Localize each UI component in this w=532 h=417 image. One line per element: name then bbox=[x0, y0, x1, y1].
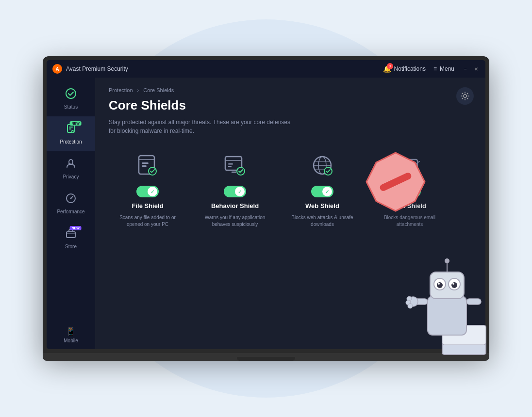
svg-rect-15 bbox=[142, 165, 147, 167]
laptop-screen: A Avast Premium Security 🔔 3 Notificatio… bbox=[47, 60, 485, 349]
title-bar: A Avast Premium Security 🔔 3 Notificatio… bbox=[47, 60, 485, 78]
performance-icon bbox=[66, 193, 76, 206]
close-button[interactable]: ✕ bbox=[473, 65, 480, 72]
toggle-check-icon: ✓ bbox=[325, 189, 329, 194]
laptop-wrapper: A Avast Premium Security 🔔 3 Notificatio… bbox=[43, 56, 489, 361]
window-controls: − ✕ bbox=[462, 65, 480, 72]
sidebar-item-status[interactable]: Status bbox=[47, 81, 95, 116]
web-shield-desc: Blocks web attacks & unsafe downloads bbox=[288, 214, 356, 228]
menu-label: Menu bbox=[440, 65, 454, 72]
sidebar-item-privacy[interactable]: Privacy bbox=[47, 151, 95, 186]
new-badge-protection: NEW bbox=[70, 121, 82, 126]
toggle-knob: ✓ bbox=[148, 187, 157, 196]
toggle-knob: ✓ bbox=[235, 187, 245, 196]
svg-point-0 bbox=[66, 89, 76, 98]
svg-rect-11 bbox=[66, 232, 75, 238]
file-shield-toggle[interactable]: ✓ bbox=[136, 186, 159, 197]
file-shield-desc: Scans any file added to or opened on you… bbox=[114, 214, 182, 228]
sidebar-item-performance[interactable]: Performance bbox=[47, 186, 95, 221]
title-bar-right: 🔔 3 Notifications ≡ Menu − ✕ bbox=[383, 65, 480, 73]
main-content: Protection › Core Shields Core Shields S… bbox=[95, 78, 485, 349]
avast-logo-icon: A bbox=[52, 64, 62, 74]
shield-card-web: ✓ Web Shield Blocks web attacks & unsafe… bbox=[283, 150, 361, 228]
behavior-shield-name: Behavior Shield bbox=[211, 202, 259, 209]
privacy-icon bbox=[66, 158, 76, 171]
svg-rect-19 bbox=[228, 166, 232, 167]
title-bar-left: A Avast Premium Security bbox=[52, 64, 128, 74]
sidebar-mobile-label: Mobile bbox=[64, 338, 78, 343]
notifications-label: Notifications bbox=[394, 65, 426, 72]
svg-point-10 bbox=[70, 198, 72, 199]
behavior-shield-icon bbox=[219, 150, 250, 181]
sidebar-item-protection[interactable]: NEW Protection bbox=[47, 116, 95, 151]
stop-sign-decoration bbox=[364, 150, 427, 215]
toggle-knob: ✓ bbox=[322, 187, 332, 196]
shield-card-file: ✓ File Shield Scans any file added to or… bbox=[109, 150, 186, 228]
svg-rect-18 bbox=[228, 163, 233, 165]
sidebar: Status NEW bbox=[47, 78, 95, 349]
bell-icon: 🔔 3 bbox=[383, 65, 391, 73]
mail-shield-desc: Blocks dangerous email attachments bbox=[376, 214, 444, 228]
svg-point-8 bbox=[72, 163, 73, 164]
svg-rect-2 bbox=[69, 127, 73, 128]
sidebar-item-mobile[interactable]: 📱 Mobile bbox=[47, 327, 95, 343]
sidebar-status-label: Status bbox=[64, 104, 78, 110]
laptop-notch bbox=[237, 357, 295, 361]
web-shield-toggle[interactable]: ✓ bbox=[311, 186, 333, 197]
breadcrumb-separator: › bbox=[137, 87, 139, 93]
svg-point-7 bbox=[70, 163, 71, 164]
menu-button[interactable]: ≡ Menu bbox=[433, 65, 454, 72]
minimize-button[interactable]: − bbox=[462, 65, 469, 72]
breadcrumb: Protection › Core Shields bbox=[109, 87, 472, 93]
status-icon bbox=[66, 88, 76, 101]
svg-rect-3 bbox=[69, 128, 71, 129]
web-shield-icon bbox=[307, 150, 338, 181]
toggle-check-icon: ✓ bbox=[238, 189, 242, 194]
toggle-check-icon: ✓ bbox=[150, 189, 154, 194]
app-title: Avast Premium Security bbox=[66, 65, 128, 72]
web-shield-name: Web Shield bbox=[305, 202, 339, 209]
svg-point-12 bbox=[464, 95, 466, 97]
sidebar-bottom: 📱 Mobile bbox=[47, 321, 95, 349]
behavior-shield-desc: Warns you if any application behaves sus… bbox=[201, 214, 269, 228]
sidebar-performance-label: Performance bbox=[57, 209, 84, 214]
breadcrumb-parent[interactable]: Protection bbox=[109, 87, 133, 93]
menu-icon: ≡ bbox=[433, 65, 437, 72]
file-shield-name: File Shield bbox=[132, 202, 163, 209]
mobile-icon: 📱 bbox=[66, 327, 76, 336]
sidebar-privacy-label: Privacy bbox=[63, 174, 79, 179]
settings-button[interactable] bbox=[456, 87, 474, 105]
file-shield-icon bbox=[132, 150, 163, 181]
app-body: Status NEW bbox=[47, 78, 485, 349]
sidebar-protection-label: Protection bbox=[60, 139, 82, 144]
svg-point-6 bbox=[68, 163, 69, 164]
laptop-base bbox=[43, 353, 489, 361]
notification-badge: 3 bbox=[387, 63, 393, 69]
breadcrumb-current: Core Shields bbox=[143, 87, 174, 93]
page-title: Core Shields bbox=[109, 98, 472, 113]
shield-card-behavior: ✓ Behavior Shield Warns you if any appli… bbox=[196, 150, 274, 228]
sidebar-store-label: Store bbox=[65, 244, 77, 249]
svg-rect-14 bbox=[142, 162, 149, 164]
behavior-shield-toggle[interactable]: ✓ bbox=[224, 186, 246, 197]
page-description: Stay protected against all major threats… bbox=[109, 118, 293, 135]
laptop-frame: A Avast Premium Security 🔔 3 Notificatio… bbox=[43, 56, 489, 353]
notifications-button[interactable]: 🔔 3 Notifications bbox=[383, 65, 426, 73]
new-badge-store: NEW bbox=[70, 226, 82, 230]
sidebar-item-store[interactable]: NEW Store bbox=[47, 221, 95, 256]
